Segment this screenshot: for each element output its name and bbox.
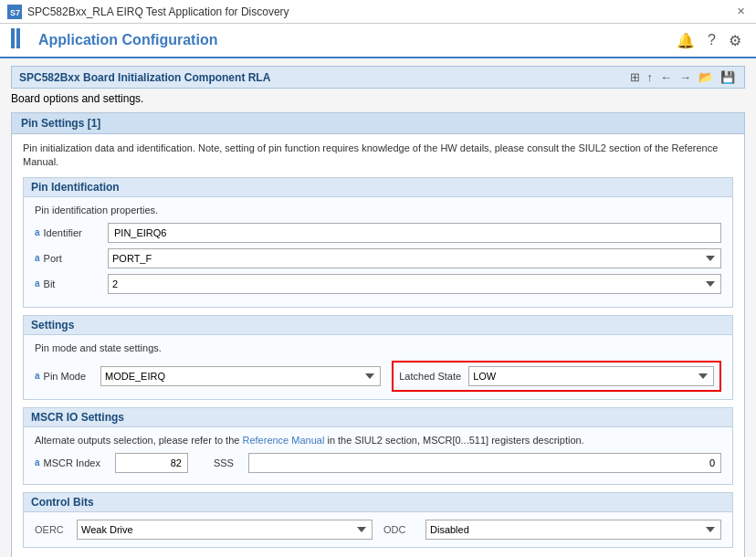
header-actions: 🔔 ? ⚙ (673, 30, 745, 51)
port-marker: a (35, 253, 40, 263)
pin-mode-select[interactable]: MODE_EIRQ (100, 366, 381, 386)
board-section-header: SPC582Bxx Board Initialization Component… (11, 66, 745, 89)
port-label: a Port (35, 253, 108, 264)
control-bits-panel: Control Bits OERC Weak Drive ODC (23, 492, 733, 548)
svg-rect-3 (16, 28, 20, 48)
identifier-row: a Identifier (35, 223, 721, 243)
control-bits-header: Control Bits (24, 493, 732, 512)
app-header: Application Configuration 🔔 ? ⚙ (0, 24, 756, 58)
settings-button[interactable]: ⚙ (725, 30, 745, 51)
settings-desc: Pin mode and state settings. (35, 342, 721, 353)
mscr-index-input[interactable] (115, 453, 188, 473)
window-title: SPC582Bxx_RLA EIRQ Test Application for … (27, 5, 733, 18)
latched-state-select[interactable]: LOW HIGH (468, 366, 714, 386)
identifier-marker: a (35, 227, 40, 237)
title-bar: S7 SPC582Bxx_RLA EIRQ Test Application f… (0, 0, 756, 24)
svg-rect-2 (11, 28, 15, 48)
mscr-index-label: a MSCR Index (35, 457, 100, 468)
oerc-col: OERC Weak Drive (35, 520, 373, 540)
app-icon: S7 (7, 5, 22, 19)
identifier-label: a Identifier (35, 227, 108, 238)
latched-state-label: Latched State (399, 371, 461, 382)
folder-icon-btn[interactable]: 📂 (697, 70, 715, 84)
pin-mode-marker: a (35, 371, 40, 381)
pin-identification-desc: Pin identification properties. (35, 205, 721, 215)
grid-icon-btn[interactable]: ⊞ (628, 70, 642, 84)
settings-fields-row: a Pin Mode MODE_EIRQ Latched State LOW (35, 361, 721, 392)
settings-body: Pin mode and state settings. a Pin Mode … (24, 335, 732, 399)
sss-label: SSS (214, 457, 234, 468)
port-row: a Port PORT_F (35, 248, 721, 268)
svg-text:S7: S7 (10, 8, 20, 17)
app-header-icon (11, 28, 31, 53)
oerc-label: OERC (35, 524, 71, 535)
mscr-index-marker: a (35, 457, 40, 468)
pin-settings-desc: Pin initialization data and identificati… (23, 142, 733, 170)
odc-select[interactable]: Disabled (425, 520, 721, 540)
odc-label: ODC (383, 524, 420, 535)
mscr-desc: Alternate outputs selection, please refe… (35, 435, 721, 446)
pin-settings-header: Pin Settings [1] (12, 113, 744, 134)
settings-panel: Settings Pin mode and state settings. a … (23, 315, 733, 400)
up-icon-btn[interactable]: ↑ (646, 70, 656, 84)
control-bits-body: OERC Weak Drive ODC Disabled (24, 512, 732, 547)
board-section-actions: ⊞ ↑ ← → 📂 💾 (628, 70, 738, 84)
identifier-input[interactable] (108, 223, 721, 243)
close-button[interactable]: ✕ (733, 5, 749, 17)
pin-mode-col: a Pin Mode MODE_EIRQ (35, 366, 381, 386)
mscr-body: Alternate outputs selection, please refe… (24, 427, 732, 484)
mscr-panel: MSCR IO Settings Alternate outputs selec… (23, 407, 733, 485)
main-content: SPC582Bxx Board Initialization Component… (0, 58, 756, 557)
bit-marker: a (35, 278, 40, 289)
port-select[interactable]: PORT_F (108, 248, 721, 268)
left-icon-btn[interactable]: ← (658, 70, 674, 84)
app-title: Application Configuration (38, 32, 673, 48)
pin-identification-panel: Pin Identification Pin identification pr… (23, 177, 733, 308)
odc-col: ODC Disabled (383, 520, 721, 540)
pin-settings-panel: Pin Settings [1] Pin initialization data… (11, 112, 745, 557)
bit-select[interactable]: 2 (108, 274, 721, 294)
settings-header: Settings (24, 316, 732, 335)
board-section-title: SPC582Bxx Board Initialization Component… (19, 71, 270, 84)
control-bits-row: OERC Weak Drive ODC Disabled (35, 520, 721, 540)
pin-identification-header: Pin Identification (24, 178, 732, 197)
reference-manual-link[interactable]: Reference Manual (242, 435, 324, 446)
oerc-select[interactable]: Weak Drive (77, 520, 373, 540)
bit-label: a Bit (35, 278, 108, 289)
latched-state-highlight-box: Latched State LOW HIGH (392, 361, 721, 392)
save-icon-btn[interactable]: 💾 (719, 70, 737, 84)
mscr-header: MSCR IO Settings (24, 408, 732, 427)
mscr-index-row: a MSCR Index SSS (35, 453, 721, 473)
help-button[interactable]: ? (704, 30, 719, 50)
sss-input[interactable] (248, 453, 721, 473)
pin-identification-body: Pin identification properties. a Identif… (24, 197, 732, 307)
right-icon-btn[interactable]: → (677, 70, 693, 84)
pin-mode-label: a Pin Mode (35, 371, 100, 382)
notification-button[interactable]: 🔔 (673, 30, 698, 51)
bit-row: a Bit 2 (35, 274, 721, 294)
board-description: Board options and settings. (11, 92, 745, 105)
pin-settings-body: Pin initialization data and identificati… (12, 134, 744, 557)
